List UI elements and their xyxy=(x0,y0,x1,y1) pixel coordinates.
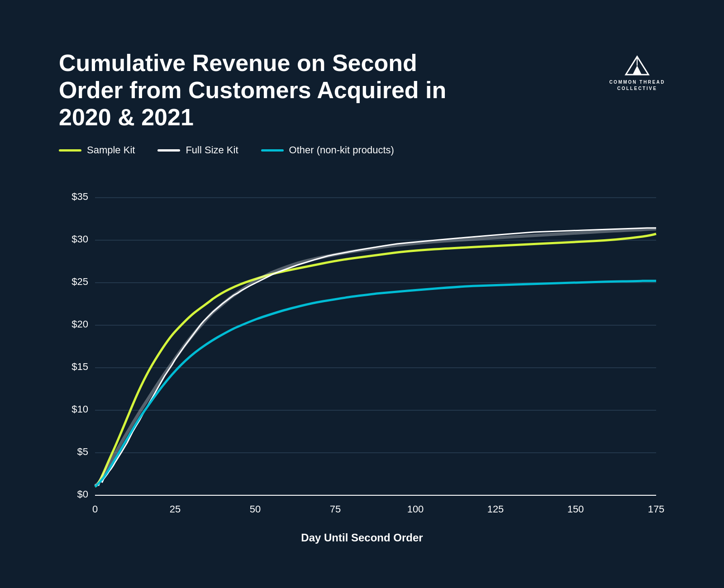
legend-line-teal xyxy=(261,149,284,152)
legend: Sample Kit Full Size Kit Other (non-kit … xyxy=(59,144,665,156)
svg-text:125: 125 xyxy=(487,503,504,515)
svg-text:$35: $35 xyxy=(71,191,88,202)
legend-line-white xyxy=(157,149,180,152)
svg-text:0: 0 xyxy=(92,503,98,515)
x-axis-label: Day Until Second Order xyxy=(59,531,665,544)
full-size-kit-line xyxy=(95,229,656,486)
chart-area: $0 $5 $10 $15 $20 $25 $30 $35 0 25 50 75… xyxy=(59,170,665,522)
legend-label-other: Other (non-kit products) xyxy=(289,144,394,156)
svg-text:50: 50 xyxy=(250,503,261,515)
legend-line-yellow xyxy=(59,149,81,152)
svg-text:$20: $20 xyxy=(71,318,88,330)
legend-item-full-size-kit: Full Size Kit xyxy=(157,144,238,156)
svg-text:$25: $25 xyxy=(71,276,88,287)
logo-area: COMMON THREADCOLLECTIVE xyxy=(609,50,665,92)
logo-text: COMMON THREADCOLLECTIVE xyxy=(609,79,665,92)
svg-marker-1 xyxy=(633,66,642,75)
logo-icon xyxy=(624,54,651,77)
chart-title: Cumulative Revenue on Second Order from … xyxy=(59,50,466,131)
legend-label-full-size-kit: Full Size Kit xyxy=(186,144,238,156)
sample-kit-line xyxy=(95,234,656,487)
full-size-kit-line-detail xyxy=(95,228,656,486)
legend-item-sample-kit: Sample Kit xyxy=(59,144,135,156)
header-row: Cumulative Revenue on Second Order from … xyxy=(59,50,665,131)
svg-text:$10: $10 xyxy=(71,403,88,415)
svg-text:$30: $30 xyxy=(71,233,88,245)
legend-label-sample-kit: Sample Kit xyxy=(87,144,135,156)
chart-svg: $0 $5 $10 $15 $20 $25 $30 $35 0 25 50 75… xyxy=(59,170,665,522)
svg-text:25: 25 xyxy=(170,503,181,515)
svg-text:150: 150 xyxy=(567,503,584,515)
svg-text:$5: $5 xyxy=(77,446,88,457)
svg-text:$15: $15 xyxy=(71,361,88,372)
main-container: Cumulative Revenue on Second Order from … xyxy=(23,23,701,565)
svg-text:$0: $0 xyxy=(77,488,88,500)
svg-text:175: 175 xyxy=(648,503,665,515)
svg-text:75: 75 xyxy=(330,503,341,515)
legend-item-other: Other (non-kit products) xyxy=(261,144,394,156)
other-line xyxy=(95,281,656,487)
svg-text:100: 100 xyxy=(407,503,424,515)
